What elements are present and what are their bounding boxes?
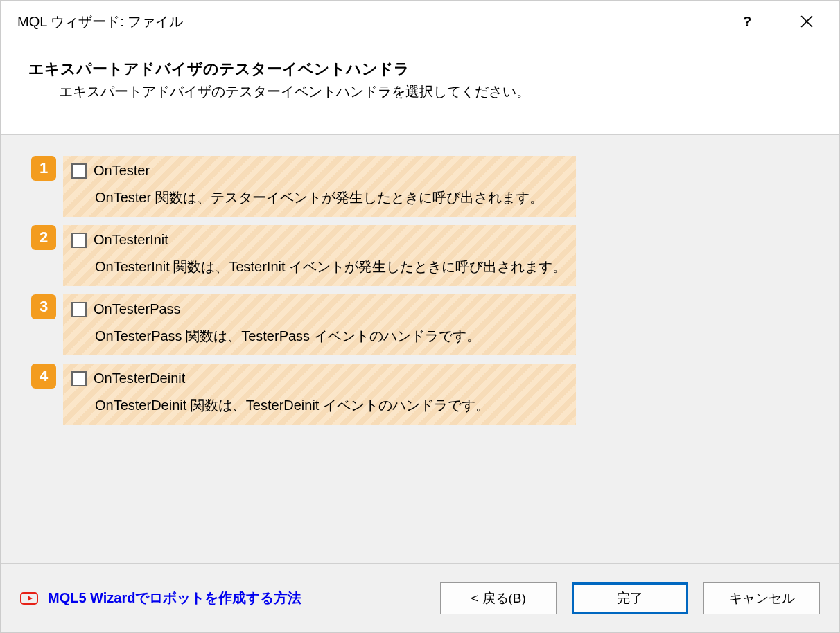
option-label: OnTesterPass — [94, 301, 181, 317]
option-description: OnTesterDeinit 関数は、TesterDeinit イベントのハンド… — [71, 396, 568, 415]
checkbox-ontesterinit[interactable] — [71, 233, 87, 248]
option-panel-ontesterpass: OnTesterPass OnTesterPass 関数は、TesterPass… — [63, 294, 576, 355]
option-label: OnTester — [94, 163, 150, 179]
step-badge-2: 2 — [31, 225, 56, 250]
footer-buttons: < 戻る(B) 完了 キャンセル — [440, 582, 820, 614]
option-description: OnTester 関数は、テスターイベントが発生したときに呼び出されます。 — [71, 188, 568, 207]
help-button[interactable]: ? — [731, 6, 763, 37]
option-label: OnTesterInit — [94, 232, 168, 248]
cancel-button[interactable]: キャンセル — [703, 582, 820, 614]
close-icon — [800, 15, 813, 28]
option-head: OnTesterPass — [71, 301, 568, 317]
page-title: エキスパートアドバイザのテスターイベントハンドラ — [28, 59, 812, 80]
option-description: OnTesterPass 関数は、TesterPass イベントのハンドラです。 — [71, 327, 568, 346]
option-panel-ontester: OnTester OnTester 関数は、テスターイベントが発生したときに呼び… — [63, 156, 576, 217]
header-section: エキスパートアドバイザのテスターイベントハンドラ エキスパートアドバイザのテスタ… — [1, 42, 839, 134]
checkbox-ontester[interactable] — [71, 163, 87, 179]
help-link[interactable]: MQL5 Wizardでロボットを作成する方法 — [48, 589, 302, 607]
back-button[interactable]: < 戻る(B) — [440, 582, 557, 614]
step-badge-1: 1 — [31, 156, 56, 181]
checkbox-ontesterpass[interactable] — [71, 302, 87, 317]
close-button[interactable] — [791, 6, 823, 37]
option-label: OnTesterDeinit — [94, 371, 185, 386]
option-panel-ontesterinit: OnTesterInit OnTesterInit 関数は、TesterInit… — [63, 225, 576, 286]
step-badge-3: 3 — [31, 294, 56, 319]
footer-left: MQL5 Wizardでロボットを作成する方法 — [20, 589, 440, 607]
option-row: 3 OnTesterPass OnTesterPass 関数は、TesterPa… — [31, 294, 809, 355]
option-row: 1 OnTester OnTester 関数は、テスターイベントが発生したときに… — [31, 156, 809, 217]
finish-button[interactable]: 完了 — [572, 582, 688, 614]
checkbox-ontesterdeinit[interactable] — [71, 371, 87, 386]
option-row: 2 OnTesterInit OnTesterInit 関数は、TesterIn… — [31, 225, 809, 286]
window-title: MQL ウィザード: ファイル — [17, 12, 731, 31]
option-row: 4 OnTesterDeinit OnTesterDeinit 関数は、Test… — [31, 364, 809, 425]
footer: MQL5 Wizardでロボットを作成する方法 < 戻る(B) 完了 キャンセル — [1, 563, 839, 632]
wizard-window: MQL ウィザード: ファイル ? エキスパートアドバイザのテスターイベントハン… — [0, 0, 840, 633]
step-badge-4: 4 — [31, 364, 56, 389]
content-area: 1 OnTester OnTester 関数は、テスターイベントが発生したときに… — [1, 134, 839, 563]
play-triangle-icon — [28, 596, 33, 601]
option-description: OnTesterInit 関数は、TesterInit イベントが発生したときに… — [71, 258, 568, 276]
youtube-icon — [20, 592, 38, 605]
option-head: OnTesterDeinit — [71, 371, 568, 386]
page-subtitle: エキスパートアドバイザのテスターイベントハンドラを選択してください。 — [28, 82, 812, 101]
option-head: OnTesterInit — [71, 232, 568, 248]
titlebar: MQL ウィザード: ファイル ? — [1, 1, 839, 42]
option-head: OnTester — [71, 163, 568, 179]
option-panel-ontesterdeinit: OnTesterDeinit OnTesterDeinit 関数は、Tester… — [63, 364, 576, 425]
